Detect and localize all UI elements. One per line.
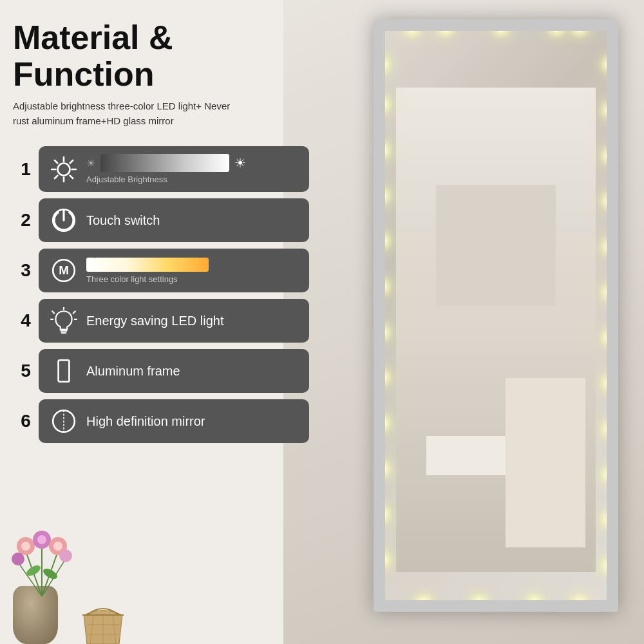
feature-card-1: ☀ ☀ Adjustable Brightness (39, 146, 309, 192)
svg-text:M: M (59, 264, 69, 278)
brightness-label: Adjustable Brightness (86, 175, 298, 184)
page-title: Material & Function (13, 19, 309, 93)
feature-text-3: ▼ ▼ Three color light settings (86, 258, 298, 284)
touch-switch-label: Touch switch (86, 213, 160, 227)
led-bulb (574, 599, 585, 609)
led-bulb (605, 424, 616, 434)
svg-line-7 (70, 160, 73, 164)
feature-card-3: M ▼ ▼ Three color light settings (39, 249, 309, 292)
svg-line-6 (70, 176, 73, 179)
svg-line-8 (55, 176, 58, 179)
led-bulb (605, 151, 616, 161)
feature-card-6: High definition mirror (39, 399, 309, 443)
feature-item-4: 4 (13, 299, 309, 343)
aluminum-frame-label: Aluminum frame (86, 364, 180, 378)
svg-line-17 (73, 312, 75, 314)
basket (77, 602, 129, 644)
led-bulb (376, 145, 386, 155)
mirror-frame (374, 19, 618, 612)
led-bulb (496, 22, 506, 32)
frame-icon (50, 357, 77, 384)
led-bulb (376, 327, 386, 337)
led-bulb (605, 378, 616, 388)
hd-mirror-label: High definition mirror (86, 414, 205, 428)
led-bulb (376, 191, 386, 201)
feature-text-6: High definition mirror (86, 414, 298, 429)
bulb-icon (50, 307, 77, 334)
energy-saving-label: Energy saving LED light (86, 314, 223, 328)
brightness-icon (50, 156, 77, 183)
led-bulb (605, 59, 616, 70)
flowers (0, 519, 84, 599)
led-bulb (376, 418, 386, 428)
feature-item-6: 6 High definition mirror (13, 399, 309, 443)
feature-card-4: Energy saving LED light (39, 299, 309, 343)
svg-point-28 (21, 542, 30, 551)
led-bulb (376, 281, 386, 292)
led-bulb (605, 333, 616, 343)
led-bulb (529, 599, 540, 609)
feature-number-3: 3 (13, 260, 39, 281)
led-bulb (376, 509, 386, 520)
led-bulb (605, 242, 616, 252)
led-bulb (605, 196, 616, 206)
led-bulb (605, 105, 616, 115)
mirror-inner (385, 31, 607, 600)
feature-text-5: Aluminum frame (86, 364, 298, 379)
led-bulb (376, 99, 386, 109)
color-light-label: Three color light settings (86, 274, 298, 284)
feature-number-6: 6 (13, 411, 39, 431)
led-bulb (574, 22, 585, 32)
svg-point-30 (37, 535, 46, 544)
svg-rect-20 (59, 361, 70, 383)
led-bulb (605, 515, 616, 525)
page-subtitle: Adjustable brightness three-color LED li… (13, 99, 232, 128)
feature-item-3: 3 M ▼ ▼ Three color li (13, 249, 309, 292)
led-bulb (419, 599, 429, 609)
feature-number-1: 1 (13, 159, 39, 180)
led-bulb (605, 560, 616, 571)
led-bulb (376, 464, 386, 474)
svg-point-0 (58, 163, 70, 175)
page-wrapper: Material & Function Adjustable brightnes… (0, 0, 644, 644)
svg-point-34 (59, 549, 72, 562)
feature-text-1: ☀ ☀ Adjustable Brightness (86, 154, 298, 184)
feature-text-4: Energy saving LED light (86, 314, 298, 328)
feature-item-2: 2 Touch switch (13, 198, 309, 242)
mode-icon: M (50, 257, 77, 284)
led-bulb (474, 599, 484, 609)
feature-text-2: Touch switch (86, 213, 298, 228)
feature-number-4: 4 (13, 310, 39, 331)
feature-number-2: 2 (13, 210, 39, 231)
svg-point-32 (53, 542, 62, 551)
mirror-icon (50, 408, 77, 435)
led-bulb (440, 22, 451, 32)
feature-number-5: 5 (13, 361, 39, 381)
feature-card-2: Touch switch (39, 198, 309, 242)
svg-line-5 (55, 160, 58, 164)
bottom-decoration (0, 502, 206, 644)
svg-point-33 (12, 553, 24, 565)
room-background (283, 0, 644, 644)
led-bulb (605, 287, 616, 298)
feature-list: 1 (13, 146, 309, 443)
feature-item-1: 1 (13, 146, 309, 192)
feature-item-5: 5 Aluminum frame (13, 349, 309, 393)
svg-line-16 (52, 312, 54, 314)
feature-card-5: Aluminum frame (39, 349, 309, 393)
room-interior (396, 88, 596, 571)
led-bulb (605, 469, 616, 480)
power-icon (50, 207, 77, 234)
led-bulb (551, 22, 562, 32)
